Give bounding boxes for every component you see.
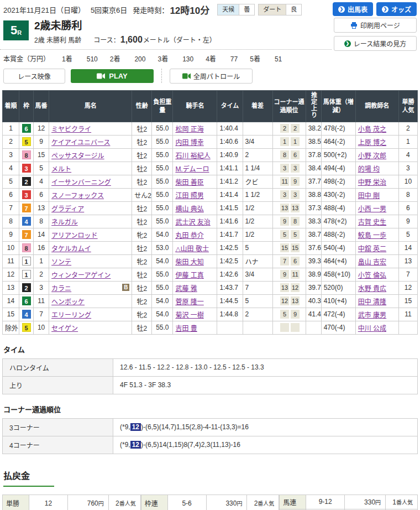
trainer-link[interactable]: 小西 一男 <box>358 205 386 213</box>
horse-number: 2 <box>34 268 49 281</box>
finish-time: 1:41.2 <box>217 175 243 188</box>
horse-name-link[interactable]: セイゲン <box>51 325 78 332</box>
trainer-link[interactable]: 中舘 英二 <box>358 245 386 253</box>
jockey-link[interactable]: 菅原 隆一 <box>175 298 203 306</box>
trainer-cell: 畠山 吉宏 <box>355 254 398 268</box>
sex-age: 牝2 <box>132 228 152 241</box>
weather-value: 曇 <box>239 4 254 15</box>
trainer-link[interactable]: 中野 栄治 <box>358 179 386 186</box>
finish-position: 除外 <box>3 321 19 334</box>
horse-name-link[interactable]: カラニ <box>51 285 71 293</box>
horse-name-link[interactable]: ペッサスタージル <box>51 152 104 160</box>
finish-time: 1:44.8 <box>217 308 243 321</box>
horse-name-link[interactable]: スノーフォックス <box>51 192 104 200</box>
horse-number: 12 <box>34 122 49 135</box>
trainer-link[interactable]: 武市 康男 <box>358 311 386 319</box>
results-column-header: 推定上り <box>306 90 321 122</box>
margin: 1/2 <box>243 215 272 228</box>
horse-name-link[interactable]: タケルカムイ <box>51 245 91 253</box>
win-popularity: 2 <box>398 122 417 135</box>
jockey-link[interactable]: 丸田 恭介 <box>175 232 203 240</box>
trainer-link[interactable]: 小笠 倫弘 <box>358 272 386 279</box>
jockey-link[interactable]: 武藤 雅 <box>175 285 197 293</box>
jockey-link[interactable]: 伊藤 工真 <box>175 272 203 279</box>
horse-name-link[interactable]: イーサンバーニング <box>51 179 111 186</box>
horse-name-link[interactable]: アリアンロッド <box>51 232 98 240</box>
horse-name-cell: ペッサスタージル <box>49 148 132 162</box>
time-row: ハロンタイム12.6 - 11.5 - 12.2 - 12.8 - 13.0 -… <box>3 358 418 376</box>
horse-weight: 498(-2) <box>321 175 355 188</box>
jockey-link[interactable]: 菊沢 一樹 <box>175 311 203 319</box>
print-page-label: 印刷用ページ <box>360 20 400 30</box>
jockey-link[interactable]: △山田 敬士 <box>175 245 209 253</box>
result-row: 435メルト牡255.0M.デムーロ1:41.11 1/43338.4494(-… <box>3 162 418 175</box>
trainer-link[interactable]: 小島 茂之 <box>358 126 386 133</box>
patrol-video-button[interactable]: 全周パトロール <box>170 69 253 84</box>
sex-age: 牡2 <box>132 215 152 228</box>
trainer-cell: 小笠 倫弘 <box>355 268 398 281</box>
trainer-link[interactable]: 鮫島 一歩 <box>358 232 386 240</box>
jockey-link[interactable]: 武士沢 友治 <box>175 218 210 226</box>
play-button[interactable]: PLAY <box>71 69 154 83</box>
margin: 1 1/4 <box>243 162 272 175</box>
jockey-link[interactable]: 横山 典弘 <box>175 205 203 213</box>
trainer-link[interactable]: 中川 公成 <box>358 325 386 332</box>
horse-weight: 458(+10) <box>321 268 355 281</box>
sex-age: 牡2 <box>132 175 152 188</box>
prize-amount-value: 130 <box>182 55 193 63</box>
finish-time: 1:40.4 <box>217 122 243 135</box>
trainer-link[interactable]: 田中 清隆 <box>358 298 386 306</box>
trainer-link[interactable]: 的場 均 <box>358 165 380 173</box>
trainer-link[interactable]: 上原 博之 <box>358 139 386 147</box>
frame-number-badge: 7 <box>22 204 31 212</box>
trainer-cell: 鮫島 一歩 <box>355 228 398 241</box>
win-popularity: 10 <box>398 175 417 188</box>
corner4-position: 15 <box>291 243 300 252</box>
corner3-position: 3 <box>280 190 289 199</box>
prize-amount-value: 200 <box>134 55 145 63</box>
horse-weight: 478(-2) <box>321 122 355 135</box>
trainer-link[interactable]: 畠山 吉宏 <box>358 258 386 266</box>
entries-button[interactable]: ❯ 出馬表 <box>333 2 373 16</box>
result-guide-button[interactable]: ❯ レース結果の見方 <box>334 36 417 51</box>
horse-name-link[interactable]: エリーリング <box>51 311 91 319</box>
result-guide-label: レース結果の見方 <box>354 39 406 48</box>
last-3f-time: 38.2 <box>306 122 321 135</box>
result-row: 1612ミヤビクライ牡255.0松岡 正海1:40.42238.2478(-2)… <box>3 122 418 135</box>
horse-name-link[interactable]: ケイアイユニバース <box>51 139 110 147</box>
margin: 1/2 <box>243 201 272 215</box>
jockey-link[interactable]: 内田 博幸 <box>175 139 203 147</box>
results-column-header: コーナー通過順位 <box>272 90 306 122</box>
win-popularity: 5 <box>398 228 417 241</box>
race-title-block: 2歳未勝利 2歳 未勝利 馬齢 コース： 1,600 メートル（ダート・左） <box>34 20 216 45</box>
carried-weight: 55.0 <box>152 281 173 294</box>
jockey-link[interactable]: 松岡 正海 <box>175 126 203 133</box>
sex-age: 牡2 <box>132 201 152 215</box>
jockey-link[interactable]: 石川 裕紀人 <box>175 152 210 160</box>
trainer-link[interactable]: 田中 剛 <box>358 192 380 200</box>
jockey-link[interactable]: 柴田 善臣 <box>175 179 203 186</box>
horse-name-link[interactable]: ネルガル <box>51 218 78 226</box>
horse-name-link[interactable]: ソンテ <box>51 258 71 266</box>
finish-position: 1 <box>3 122 19 135</box>
jockey-link[interactable]: 江田 照男 <box>175 192 203 200</box>
horse-weight: 410(+4) <box>321 294 355 308</box>
horse-name-link[interactable]: ヘンボッケ <box>51 298 85 306</box>
horse-name-link[interactable]: グラディア <box>51 205 84 213</box>
frame-cell: 4 <box>19 215 34 228</box>
trainer-link[interactable]: 古賀 史生 <box>358 218 386 226</box>
horse-name-link[interactable]: ミヤビクライ <box>51 126 91 133</box>
jockey-link[interactable]: M.デムーロ <box>175 165 209 173</box>
trainer-link[interactable]: 水野 貴広 <box>358 285 386 293</box>
trainer-link[interactable]: 小野 次郎 <box>358 152 386 160</box>
carried-weight: 54.0 <box>152 254 173 268</box>
print-page-button[interactable]: 印刷用ページ <box>334 18 417 33</box>
jockey-link[interactable]: 吉田 豊 <box>175 325 197 332</box>
horse-name-link[interactable]: ウィンターアゲイン <box>51 272 111 279</box>
horse-name-link[interactable]: メルト <box>51 165 71 173</box>
results-column-header: 調教師名 <box>355 90 398 122</box>
frame-number-badge: 2 <box>22 177 31 186</box>
odds-button[interactable]: ❯ オッズ <box>376 2 417 16</box>
trainer-cell: 的場 均 <box>355 162 398 175</box>
jockey-link[interactable]: 柴田 大知 <box>175 258 203 266</box>
